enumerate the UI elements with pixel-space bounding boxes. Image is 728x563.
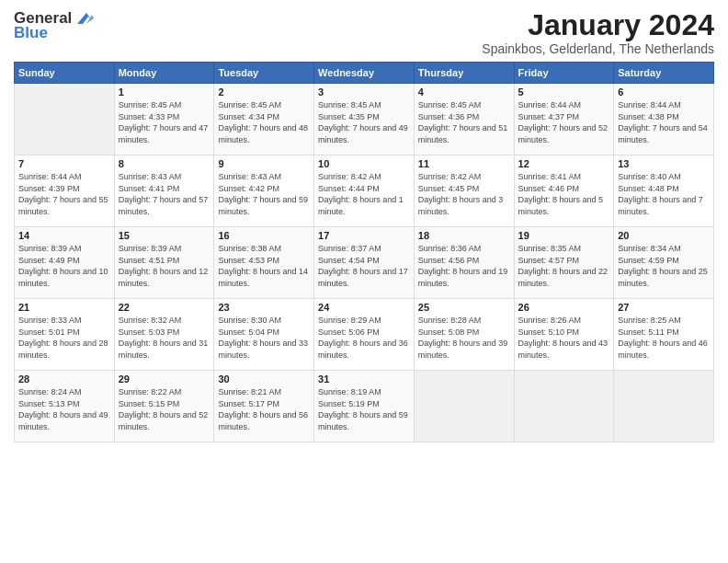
calendar-cell: 5Sunrise: 8:44 AMSunset: 4:37 PMDaylight… — [514, 84, 614, 155]
header-tuesday: Tuesday — [214, 63, 314, 84]
calendar-cell: 16Sunrise: 8:38 AMSunset: 4:53 PMDayligh… — [214, 227, 314, 299]
cell-content: Sunrise: 8:38 AMSunset: 4:53 PMDaylight:… — [218, 243, 310, 289]
logo: General Blue — [14, 9, 94, 42]
cell-content: Sunrise: 8:26 AMSunset: 5:10 PMDaylight:… — [518, 315, 610, 361]
calendar-cell: 22Sunrise: 8:32 AMSunset: 5:03 PMDayligh… — [114, 299, 214, 371]
week-row-2: 14Sunrise: 8:39 AMSunset: 4:49 PMDayligh… — [15, 227, 714, 299]
calendar-cell: 26Sunrise: 8:26 AMSunset: 5:10 PMDayligh… — [514, 299, 614, 371]
day-number: 7 — [18, 158, 110, 169]
cell-content: Sunrise: 8:19 AMSunset: 5:19 PMDaylight:… — [318, 386, 410, 432]
cell-content: Sunrise: 8:44 AMSunset: 4:37 PMDaylight:… — [518, 99, 610, 145]
cell-content: Sunrise: 8:37 AMSunset: 4:54 PMDaylight:… — [318, 243, 410, 289]
cell-content: Sunrise: 8:30 AMSunset: 5:04 PMDaylight:… — [218, 315, 310, 361]
calendar-cell: 14Sunrise: 8:39 AMSunset: 4:49 PMDayligh… — [15, 227, 115, 299]
day-number: 14 — [18, 230, 110, 241]
day-number: 2 — [218, 86, 310, 98]
location: Spainkbos, Gelderland, The Netherlands — [482, 41, 714, 56]
calendar-cell: 12Sunrise: 8:41 AMSunset: 4:46 PMDayligh… — [514, 155, 614, 227]
day-number: 23 — [218, 302, 310, 313]
cell-content: Sunrise: 8:22 AMSunset: 5:15 PMDaylight:… — [119, 386, 210, 432]
cell-content: Sunrise: 8:41 AMSunset: 4:46 PMDaylight:… — [518, 171, 610, 217]
day-number: 18 — [418, 230, 510, 241]
calendar-table: SundayMondayTuesdayWednesdayThursdayFrid… — [14, 62, 714, 442]
header-friday: Friday — [514, 63, 614, 84]
cell-content: Sunrise: 8:43 AMSunset: 4:42 PMDaylight:… — [218, 171, 310, 217]
day-number: 11 — [418, 158, 510, 169]
cell-content: Sunrise: 8:39 AMSunset: 4:49 PMDaylight:… — [18, 243, 110, 289]
day-number: 22 — [119, 302, 210, 313]
day-number: 27 — [618, 302, 710, 313]
cell-content: Sunrise: 8:40 AMSunset: 4:48 PMDaylight:… — [618, 171, 710, 217]
header-thursday: Thursday — [414, 63, 514, 84]
calendar-cell: 11Sunrise: 8:42 AMSunset: 4:45 PMDayligh… — [414, 155, 514, 227]
calendar-cell — [514, 371, 614, 442]
calendar-cell: 21Sunrise: 8:33 AMSunset: 5:01 PMDayligh… — [15, 299, 115, 371]
calendar-cell: 28Sunrise: 8:24 AMSunset: 5:13 PMDayligh… — [15, 371, 115, 442]
day-number: 6 — [618, 86, 710, 98]
day-number: 21 — [18, 302, 110, 313]
day-number: 5 — [518, 86, 610, 98]
day-number: 10 — [318, 158, 410, 169]
day-number: 16 — [218, 230, 310, 241]
cell-content: Sunrise: 8:43 AMSunset: 4:41 PMDaylight:… — [119, 171, 210, 217]
calendar-cell: 15Sunrise: 8:39 AMSunset: 4:51 PMDayligh… — [114, 227, 214, 299]
calendar-cell: 1Sunrise: 8:45 AMSunset: 4:33 PMDaylight… — [114, 84, 214, 155]
logo-blue: Blue — [14, 24, 48, 42]
calendar-cell: 30Sunrise: 8:21 AMSunset: 5:17 PMDayligh… — [214, 371, 314, 442]
calendar-cell: 6Sunrise: 8:44 AMSunset: 4:38 PMDaylight… — [614, 84, 714, 155]
calendar-cell: 13Sunrise: 8:40 AMSunset: 4:48 PMDayligh… — [614, 155, 714, 227]
calendar-cell: 31Sunrise: 8:19 AMSunset: 5:19 PMDayligh… — [314, 371, 415, 442]
calendar-cell: 4Sunrise: 8:45 AMSunset: 4:36 PMDaylight… — [414, 84, 514, 155]
calendar-cell: 10Sunrise: 8:42 AMSunset: 4:44 PMDayligh… — [314, 155, 415, 227]
cell-content: Sunrise: 8:42 AMSunset: 4:45 PMDaylight:… — [418, 171, 510, 217]
day-number: 13 — [618, 158, 710, 169]
cell-content: Sunrise: 8:28 AMSunset: 5:08 PMDaylight:… — [418, 315, 510, 361]
week-row-4: 28Sunrise: 8:24 AMSunset: 5:13 PMDayligh… — [15, 371, 714, 442]
calendar-cell: 24Sunrise: 8:29 AMSunset: 5:06 PMDayligh… — [314, 299, 415, 371]
calendar-cell: 2Sunrise: 8:45 AMSunset: 4:34 PMDaylight… — [214, 84, 314, 155]
header-saturday: Saturday — [614, 63, 714, 84]
day-number: 4 — [418, 86, 510, 98]
day-number: 31 — [318, 373, 410, 385]
header-wednesday: Wednesday — [314, 63, 415, 84]
header-sunday: Sunday — [15, 63, 115, 84]
cell-content: Sunrise: 8:35 AMSunset: 4:57 PMDaylight:… — [518, 243, 610, 289]
day-number: 12 — [518, 158, 610, 169]
cell-content: Sunrise: 8:34 AMSunset: 4:59 PMDaylight:… — [618, 243, 710, 289]
cell-content: Sunrise: 8:44 AMSunset: 4:39 PMDaylight:… — [18, 171, 110, 217]
cell-content: Sunrise: 8:39 AMSunset: 4:51 PMDaylight:… — [119, 243, 210, 289]
day-number: 28 — [18, 373, 110, 385]
calendar-cell: 25Sunrise: 8:28 AMSunset: 5:08 PMDayligh… — [414, 299, 514, 371]
day-number: 29 — [119, 373, 210, 385]
calendar-cell: 20Sunrise: 8:34 AMSunset: 4:59 PMDayligh… — [614, 227, 714, 299]
cell-content: Sunrise: 8:32 AMSunset: 5:03 PMDaylight:… — [119, 315, 210, 361]
day-number: 15 — [119, 230, 210, 241]
header-row: SundayMondayTuesdayWednesdayThursdayFrid… — [15, 63, 714, 84]
cell-content: Sunrise: 8:21 AMSunset: 5:17 PMDaylight:… — [218, 386, 310, 432]
day-number: 8 — [119, 158, 210, 169]
calendar-cell — [15, 84, 115, 155]
logo-icon — [74, 11, 94, 26]
day-number: 25 — [418, 302, 510, 313]
day-number: 30 — [218, 373, 310, 385]
calendar-cell: 3Sunrise: 8:45 AMSunset: 4:35 PMDaylight… — [314, 84, 415, 155]
day-number: 19 — [518, 230, 610, 241]
calendar-cell: 19Sunrise: 8:35 AMSunset: 4:57 PMDayligh… — [514, 227, 614, 299]
calendar-cell — [614, 371, 714, 442]
calendar-cell: 23Sunrise: 8:30 AMSunset: 5:04 PMDayligh… — [214, 299, 314, 371]
week-row-0: 1Sunrise: 8:45 AMSunset: 4:33 PMDaylight… — [15, 84, 714, 155]
month-title: January 2024 — [482, 9, 714, 41]
cell-content: Sunrise: 8:42 AMSunset: 4:44 PMDaylight:… — [318, 171, 410, 217]
cell-content: Sunrise: 8:44 AMSunset: 4:38 PMDaylight:… — [618, 99, 710, 145]
day-number: 9 — [218, 158, 310, 169]
calendar-cell: 7Sunrise: 8:44 AMSunset: 4:39 PMDaylight… — [15, 155, 115, 227]
cell-content: Sunrise: 8:25 AMSunset: 5:11 PMDaylight:… — [618, 315, 710, 361]
calendar-cell: 9Sunrise: 8:43 AMSunset: 4:42 PMDaylight… — [214, 155, 314, 227]
cell-content: Sunrise: 8:24 AMSunset: 5:13 PMDaylight:… — [18, 386, 110, 432]
cell-content: Sunrise: 8:45 AMSunset: 4:36 PMDaylight:… — [418, 99, 510, 145]
calendar-cell: 18Sunrise: 8:36 AMSunset: 4:56 PMDayligh… — [414, 227, 514, 299]
svg-marker-0 — [77, 13, 92, 24]
calendar-cell — [414, 371, 514, 442]
cell-content: Sunrise: 8:29 AMSunset: 5:06 PMDaylight:… — [318, 315, 410, 361]
week-row-1: 7Sunrise: 8:44 AMSunset: 4:39 PMDaylight… — [15, 155, 714, 227]
